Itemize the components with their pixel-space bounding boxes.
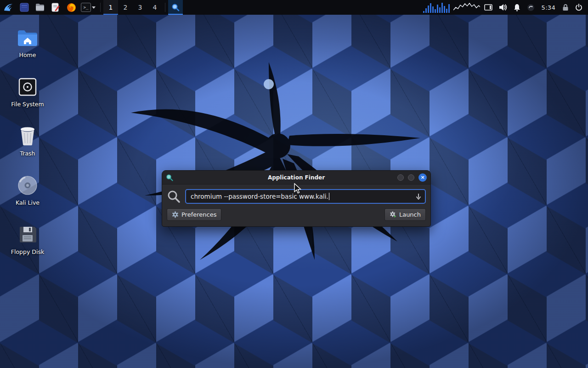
panel-clock[interactable]: 5:34 [538,4,559,11]
text-editor-icon [51,3,60,12]
volume-tray-button[interactable] [496,0,510,15]
workspace-4[interactable]: 4 [147,0,162,15]
launch-icon [390,211,396,218]
floppy-disk-icon [18,225,37,244]
workspace-2[interactable]: 2 [118,0,133,15]
application-finder-window: Application Finder × chromium --password… [162,170,431,227]
cpu-graph [452,0,481,15]
files-app-button[interactable] [17,0,32,15]
kali-menu-button[interactable] [0,0,17,15]
close-button[interactable]: × [418,173,427,182]
desktop-icon-label: Kali Live [5,199,51,206]
screen-lock-button[interactable] [559,0,572,15]
volume-icon [499,4,507,11]
desktop-icon-file-system[interactable]: File System [5,75,51,108]
notification-bell-icon [514,4,520,12]
minimize-button[interactable] [397,174,404,181]
home-folder-icon [17,29,38,47]
text-editor-button[interactable] [48,0,63,15]
workspace-1[interactable]: 1 [103,0,118,15]
search-input-value: chromium --password-store=basic www.kali… [191,193,328,200]
dropdown-arrow-icon [416,193,421,200]
kali-dragon-silhouette [117,44,434,264]
file-manager-button[interactable] [32,0,48,15]
optical-disc-icon [17,175,38,196]
audio-spectrum-icon [423,2,452,13]
desktop-icon-label: File System [5,101,51,108]
desktop-icon-label: Floppy Disk [5,248,51,255]
cpu-graph-icon [453,2,480,13]
history-dropdown-button[interactable] [412,190,425,203]
terminal-dropdown-button[interactable]: >_ [79,0,97,15]
desktop-icon-trash[interactable]: Trash [5,124,51,157]
workspace-3[interactable]: 3 [133,0,147,15]
search-input[interactable]: chromium --password-store=basic www.kali… [185,189,426,204]
top-panel: >_ 1 2 3 4 [0,0,588,15]
desktop-icon-kali-live[interactable]: Kali Live [5,173,51,206]
text-caret [329,193,329,200]
chevron-down-icon [92,6,96,9]
trash-icon [19,126,36,146]
dialog-body: chromium --password-store=basic www.kali… [162,184,430,226]
preferences-button[interactable]: Preferences [167,208,221,221]
notification-tray-button[interactable] [510,0,524,15]
desktop-icon-home[interactable]: Home [5,26,51,58]
status-circle-icon [527,4,535,12]
display-tray-button[interactable] [481,0,496,15]
display-icon [484,4,492,11]
preferences-label: Preferences [181,211,216,218]
terminal-icon: >_ [81,3,91,12]
firefox-button[interactable] [63,0,79,15]
desktop-icon-label: Trash [5,150,51,157]
launch-button[interactable]: Launch [384,208,426,221]
file-manager-icon [35,3,45,12]
workspace-pager: 1 2 3 4 [103,0,162,15]
file-system-drive-icon [18,77,37,97]
titlebar[interactable]: Application Finder × [162,171,430,184]
gear-icon [172,211,179,218]
panel-separator [165,3,165,12]
launch-label: Launch [399,211,421,218]
search-icon [167,190,181,203]
close-icon: × [420,175,424,180]
desktop-icon-floppy-disk[interactable]: Floppy Disk [5,223,51,255]
firefox-icon [67,3,76,12]
power-icon [575,4,582,11]
status-circle-button[interactable] [524,0,538,15]
lock-icon [562,4,569,11]
power-button[interactable] [572,0,588,15]
desktop-icon-label: Home [5,52,51,58]
application-finder-launcher[interactable] [168,0,183,15]
search-icon [171,3,180,12]
panel-separator [100,3,101,12]
files-app-icon [20,3,29,12]
window-search-icon [166,174,173,181]
maximize-button[interactable] [408,174,414,181]
kali-menu-icon [3,2,13,12]
audio-spectrum-visualizer [422,0,452,15]
window-title: Application Finder [162,174,430,181]
